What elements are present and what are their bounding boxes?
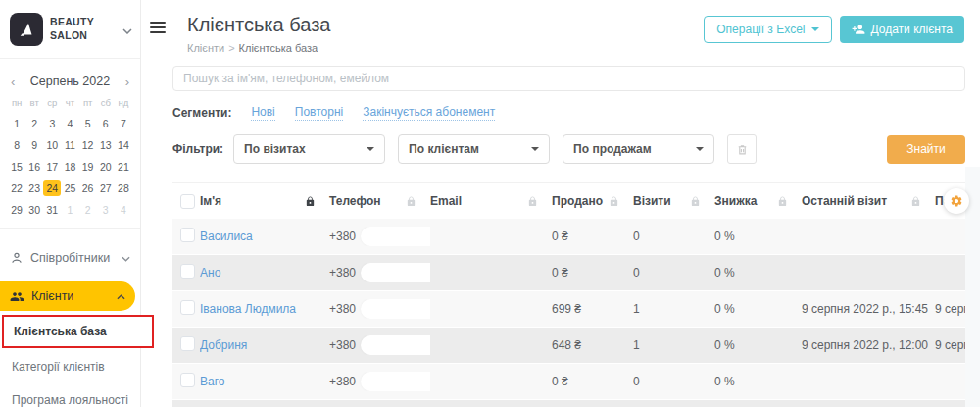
calendar-day[interactable]: 3: [97, 202, 115, 218]
row-checkbox[interactable]: [180, 264, 195, 279]
excel-operations-button[interactable]: Операції з Excel: [704, 16, 831, 43]
calendar-day[interactable]: 23: [25, 180, 43, 196]
column-header-email[interactable]: Email: [430, 194, 552, 208]
segment-new-link[interactable]: Нові: [251, 105, 274, 121]
title-block: Клієнтська база Клієнти>Клієнтська база: [187, 14, 330, 54]
calendar-day[interactable]: 16: [25, 159, 43, 175]
calendar-next-button[interactable]: ›: [125, 76, 129, 88]
calendar-day[interactable]: 11: [61, 137, 78, 153]
calendar-day[interactable]: 24: [43, 180, 61, 196]
calendar-day[interactable]: 4: [61, 116, 78, 131]
filter-select-visits[interactable]: По візитах: [233, 134, 385, 164]
discount-cell: 0 %: [714, 338, 802, 352]
find-button[interactable]: Знайти: [887, 135, 965, 164]
client-name-link[interactable]: Ано: [200, 266, 220, 280]
calendar-day[interactable]: 2: [79, 202, 97, 218]
calendar-day[interactable]: 1: [61, 202, 78, 218]
lock-icon: [690, 196, 701, 207]
calendar-day[interactable]: 10: [43, 137, 61, 153]
client-name-link[interactable]: Ваго: [200, 375, 224, 388]
calendar-day[interactable]: 12: [79, 137, 97, 153]
column-header-sold[interactable]: Продано: [552, 194, 633, 208]
chevron-down-icon[interactable]: [122, 21, 132, 38]
calendar-day[interactable]: 9: [25, 137, 43, 153]
calendar-day[interactable]: 28: [115, 180, 132, 196]
filter-select-clients[interactable]: По клієнтам: [398, 134, 550, 164]
first-cell: 9 серпн: [935, 338, 965, 352]
header-checkbox[interactable]: [180, 194, 195, 209]
row-checkbox[interactable]: [180, 336, 195, 351]
phone-redaction: [361, 335, 430, 355]
clear-filters-button[interactable]: [727, 134, 757, 164]
client-name-link[interactable]: Добриня: [200, 338, 247, 352]
row-checkbox[interactable]: [180, 300, 195, 315]
calendar-day[interactable]: 21: [115, 159, 132, 175]
caret-down-icon: [367, 147, 374, 151]
calendar-day[interactable]: 13: [97, 137, 115, 153]
calendar-prev-button[interactable]: ‹: [11, 76, 15, 88]
calendar-day[interactable]: 6: [97, 116, 115, 131]
sidebar-item-client-categories[interactable]: Категорії клієнтів: [0, 350, 140, 383]
segment-repeat-link[interactable]: Повторні: [295, 105, 343, 121]
table-row[interactable]: Ведан+3800 ₴00 %: [172, 400, 965, 407]
calendar-day[interactable]: 29: [8, 202, 25, 218]
table-row[interactable]: Добриня+380648 ₴10 %9 серпня 2022 р., 12…: [172, 328, 965, 363]
calendar-day[interactable]: 7: [115, 116, 132, 131]
calendar-day[interactable]: 17: [43, 159, 61, 175]
calendar-day[interactable]: 19: [79, 159, 97, 175]
sidebar-item-clients[interactable]: Клієнти: [0, 281, 135, 311]
row-checkbox[interactable]: [180, 373, 195, 387]
brand-header[interactable]: BEAUTY SALON: [0, 0, 140, 59]
column-header-visits[interactable]: Візити: [633, 194, 714, 208]
header-checkbox-cell: [172, 194, 200, 209]
phone-cell: +380: [329, 372, 430, 391]
search-input[interactable]: [172, 66, 965, 91]
calendar-day[interactable]: 30: [25, 202, 43, 218]
segment-subscription-ending-link[interactable]: Закінчується абонемент: [363, 105, 495, 121]
calendar-day[interactable]: 5: [79, 116, 97, 131]
calendar-day[interactable]: 20: [97, 159, 115, 175]
filters-label: Фільтри:: [172, 142, 223, 156]
calendar-day[interactable]: 31: [43, 202, 61, 218]
calendar-day[interactable]: 27: [97, 180, 115, 196]
table-row[interactable]: Ано+3800 ₴00 %: [172, 255, 965, 290]
column-header-phone[interactable]: Телефон: [329, 194, 430, 208]
column-settings-button[interactable]: [944, 188, 969, 214]
client-name-link[interactable]: Василиса: [200, 229, 253, 243]
sidebar-item-employees[interactable]: Співробітники: [0, 242, 140, 274]
calendar-day[interactable]: 15: [8, 159, 25, 175]
column-header-discount[interactable]: Знижка: [714, 194, 802, 208]
calendar-day[interactable]: 14: [115, 137, 132, 153]
filter-select-sales[interactable]: По продажам: [563, 134, 714, 164]
breadcrumb-clients[interactable]: Клієнти: [187, 42, 224, 54]
client-name-link[interactable]: Іванова Людмила: [200, 302, 296, 316]
calendar-day[interactable]: 3: [43, 116, 61, 131]
column-header-name[interactable]: Ім'я: [200, 194, 329, 208]
calendar-day[interactable]: 18: [61, 159, 78, 175]
column-header-last[interactable]: Останній візит: [802, 194, 935, 208]
calendar-day[interactable]: 1: [8, 116, 25, 131]
table-row[interactable]: Іванова Людмила+380699 ₴10 %9 серпня 202…: [172, 291, 965, 327]
add-client-button[interactable]: Додати клієнта: [840, 16, 964, 43]
row-checkbox[interactable]: [180, 228, 195, 242]
calendar-day[interactable]: 26: [79, 180, 97, 196]
name-cell: Василиса: [200, 229, 329, 243]
sidebar-item-client-base[interactable]: Клієнтська база: [2, 315, 154, 348]
page-title: Клієнтська база: [187, 14, 330, 35]
sidebar-item-loyalty-program[interactable]: Програма лояльності: [0, 383, 140, 407]
first-cell: 9 серпн: [935, 302, 965, 316]
table-row[interactable]: Василиса+3800 ₴00 %: [172, 219, 965, 254]
name-cell: Іванова Людмила: [200, 302, 329, 316]
calendar-day[interactable]: 4: [115, 202, 132, 218]
sold-cell: 0 ₴: [552, 229, 633, 243]
calendar-day[interactable]: 22: [8, 180, 25, 196]
phone-prefix: +380: [329, 266, 356, 280]
calendar-day[interactable]: 8: [8, 137, 25, 153]
phone-redaction: [361, 227, 430, 246]
table-row[interactable]: Ваго+3800 ₴00 %: [172, 364, 965, 399]
calendar-day[interactable]: 25: [61, 180, 78, 196]
calendar-day[interactable]: 2: [25, 116, 43, 131]
lock-icon: [910, 196, 921, 207]
menu-toggle-icon[interactable]: [150, 22, 166, 36]
sidebar-nav: Співробітники Клієнти Клієнтська база Ка…: [0, 242, 140, 407]
